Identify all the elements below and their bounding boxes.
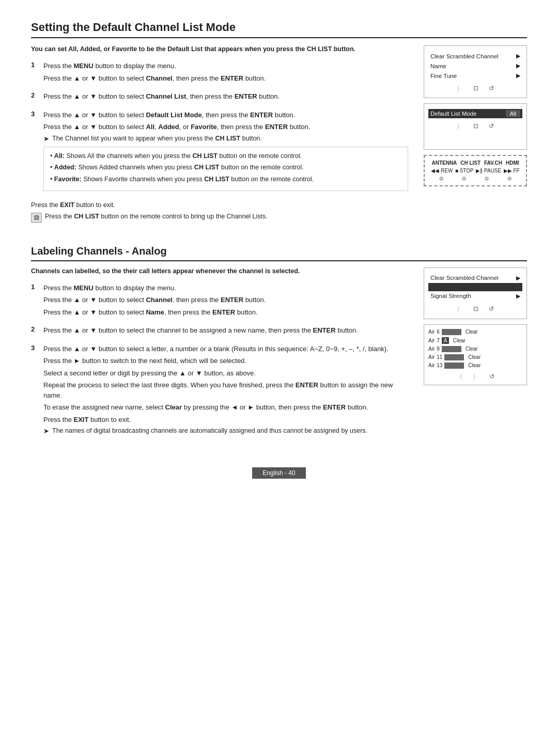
s2-step2-num: 2 — [31, 325, 38, 333]
section1-sidebar: Clear Scrambled Channel ▶ Name ▶ Fine Tu… — [424, 45, 527, 227]
footer-badge: English - 40 — [252, 467, 305, 479]
remote-media-buttons: ◀◀ REW ■ STOP ▶‖ PAUSE ▶▶ FF — [430, 168, 521, 174]
remote-note: ⊡ Press the CH LIST button on the remote… — [31, 213, 408, 223]
pause-circle: ⊙ — [485, 176, 489, 181]
section2-sidebar: Clear Scrambled Channel ▶ Signal Strengt… — [424, 267, 527, 444]
menu-item-name: Name ▶ — [430, 61, 520, 71]
chlist-btn: CH LIST — [460, 160, 481, 166]
clear-btn-9: Clear — [466, 346, 478, 352]
clear-btn-11: Clear — [468, 354, 481, 360]
step3: 3 Press the ▲ or ▼ button to select Defa… — [31, 110, 408, 195]
panel1-nav: 〉 ⊡ ↺ — [430, 85, 520, 93]
section1-title: Setting the Default Channel List Mode — [31, 21, 527, 38]
stop-btn: ■ STOP — [455, 168, 474, 174]
step1: 1 Press the MENU button to display the m… — [31, 61, 408, 85]
step3-note-box: • All: Shows All the channels when you p… — [43, 147, 408, 191]
step3-line1: Press the ▲ or ▼ button to select Defaul… — [43, 110, 408, 120]
section2-instructions: Channels can labelled, so the their call… — [31, 267, 408, 444]
remote-icon: ⊡ — [31, 213, 42, 223]
s2-step1-num: 1 — [31, 283, 38, 291]
name-menu-signal: Signal Strength ▶ — [430, 291, 520, 301]
s2-step1: 1 Press the MENU button to display the m… — [31, 283, 408, 320]
s2-step3-num: 3 — [31, 344, 38, 352]
remote-control-box: ANTENNA CH LIST FAV.CH HDMI ◀◀ REW ■ STO… — [424, 155, 527, 186]
channel-letter-7: A — [442, 337, 449, 344]
channel-row-7: Air 7 A Clear — [428, 336, 522, 345]
arrow-icon2: ➤ — [43, 427, 49, 435]
section1-intro: You can set All, Added, or Favorite to b… — [31, 45, 408, 53]
rew-btn: ◀◀ REW — [431, 168, 453, 174]
rew-circle: ⊙ — [439, 176, 443, 181]
stop-circle: ⊙ — [462, 176, 466, 181]
antenna-btn: ANTENNA — [431, 160, 457, 166]
pause-btn: ▶‖ PAUSE — [476, 168, 501, 174]
channel-list-panel: Air 6 Clear Air 7 A Clear Air — [424, 324, 527, 385]
panel3-nav: 〉 ⊡ ↺ — [430, 305, 520, 314]
panel2-nav: 〉 ⊡ ↺ — [430, 122, 520, 131]
channel-name-11 — [444, 354, 464, 360]
step3-num: 3 — [31, 110, 38, 118]
menu-item-fine-tune: Fine Tune ▶ — [430, 71, 520, 81]
channel-row-13: Air 13 Clear — [428, 361, 522, 370]
channel-row-11: Air 11 Clear — [428, 353, 522, 361]
channel-name-panel: Clear Scrambled Channel ▶ Signal Strengt… — [424, 267, 527, 319]
ff-circle: ⊙ — [507, 176, 512, 181]
step1-num: 1 — [31, 61, 38, 69]
clear-btn-13: Clear — [468, 363, 481, 368]
step3-line2: Press the ▲ or ▼ button to select All, A… — [43, 122, 408, 132]
channel-row-6: Air 6 Clear — [428, 328, 522, 336]
step2-content: Press the ▲ or ▼ button to select Channe… — [43, 91, 408, 104]
s2-step3: 3 Press the ▲ or ▼ button to select a le… — [31, 344, 408, 438]
favch-btn: FAV.CH — [484, 160, 502, 166]
step2: 2 Press the ▲ or ▼ button to select Chan… — [31, 91, 408, 104]
name-menu-name — [428, 283, 522, 291]
remote-circle-buttons: ⊙ ⊙ ⊙ ⊙ — [430, 176, 521, 181]
exit-note: Press the EXIT button to exit. — [31, 201, 408, 209]
default-list-mode-panel: Default List Mode All 〉 ⊡ ↺ — [424, 103, 527, 150]
s2-step2: 2 Press the ▲ or ▼ button to select the … — [31, 325, 408, 338]
channel-name-13 — [444, 363, 464, 369]
channel-name-6 — [442, 329, 461, 335]
name-menu-clear: Clear Scrambled Channel ▶ — [430, 273, 520, 283]
footer: English - 40 — [31, 464, 527, 482]
remote-top-buttons: ANTENNA CH LIST FAV.CH HDMI — [430, 160, 521, 166]
section2: Labeling Channels - Analog Channels can … — [31, 245, 527, 444]
s2-step3-arrow-note: ➤ The names of digital broadcasting chan… — [43, 427, 408, 435]
step1-content: Press the MENU button to display the men… — [43, 61, 408, 85]
channel-list-nav: 〈 〉 ↺ — [428, 373, 522, 382]
s2-step1-content: Press the MENU button to display the men… — [43, 283, 408, 320]
menu-item-clear-scrambled: Clear Scrambled Channel ▶ — [430, 51, 520, 61]
ff-btn: ▶▶ FF — [504, 168, 520, 174]
s2-step2-content: Press the ▲ or ▼ button to select the ch… — [43, 325, 408, 338]
step1-line1: Press the MENU button to display the men… — [43, 61, 408, 71]
clear-btn-7: Clear — [453, 338, 466, 343]
arrow-icon: ➤ — [43, 135, 49, 143]
channel-row-9: Air 9 Clear — [428, 345, 522, 353]
step3-arrow-note: ➤ The Channel list you want to appear wh… — [43, 135, 408, 143]
step3-content: Press the ▲ or ▼ button to select Defaul… — [43, 110, 408, 195]
channel-menu-panel: Clear Scrambled Channel ▶ Name ▶ Fine Tu… — [424, 45, 527, 98]
section2-intro: Channels can labelled, so the their call… — [31, 267, 408, 275]
clear-btn-6: Clear — [466, 329, 478, 335]
step2-num: 2 — [31, 91, 38, 99]
menu-item-default-list: Default List Mode All — [428, 109, 522, 118]
step1-line2: Press the ▲ or ▼ button to select Channe… — [43, 73, 408, 84]
hdmi-btn: HDMI — [506, 160, 519, 166]
channel-name-9 — [442, 346, 461, 352]
section1: Setting the Default Channel List Mode Yo… — [31, 21, 527, 227]
section1-instructions: You can set All, Added, or Favorite to b… — [31, 45, 408, 227]
s2-step3-content: Press the ▲ or ▼ button to select a lett… — [43, 344, 408, 438]
section2-title: Labeling Channels - Analog — [31, 245, 527, 261]
step2-line1: Press the ▲ or ▼ button to select Channe… — [43, 91, 408, 102]
